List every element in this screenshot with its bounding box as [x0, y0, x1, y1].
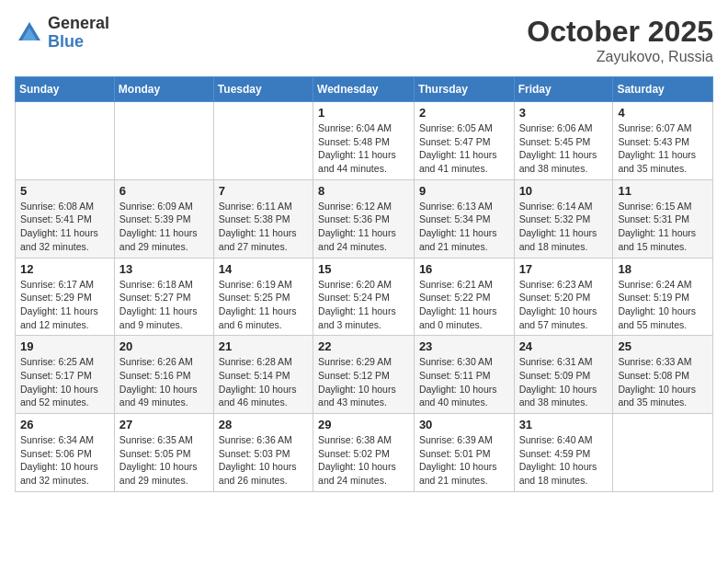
day-number: 20: [119, 339, 209, 353]
weekday-header-thursday: Thursday: [414, 77, 514, 102]
day-number: 3: [519, 106, 609, 120]
day-info: Sunrise: 6:08 AMSunset: 5:41 PMDaylight:…: [20, 200, 109, 254]
day-info: Sunrise: 6:20 AMSunset: 5:24 PMDaylight:…: [318, 278, 409, 332]
calendar-cell: 21Sunrise: 6:28 AMSunset: 5:14 PMDayligh…: [213, 336, 313, 414]
day-info: Sunrise: 6:29 AMSunset: 5:12 PMDaylight:…: [318, 355, 409, 409]
day-number: 9: [419, 184, 509, 198]
calendar-cell: 7Sunrise: 6:11 AMSunset: 5:38 PMDaylight…: [213, 179, 313, 258]
calendar-cell: [613, 414, 713, 492]
day-number: 5: [20, 184, 109, 198]
calendar-cell: 18Sunrise: 6:24 AMSunset: 5:19 PMDayligh…: [613, 258, 713, 336]
calendar-cell: 16Sunrise: 6:21 AMSunset: 5:22 PMDayligh…: [414, 258, 514, 336]
day-info: Sunrise: 6:39 AMSunset: 5:01 PMDaylight:…: [419, 433, 509, 488]
day-number: 17: [519, 262, 609, 276]
calendar-cell: 11Sunrise: 6:15 AMSunset: 5:31 PMDayligh…: [613, 179, 713, 258]
calendar-cell: 13Sunrise: 6:18 AMSunset: 5:27 PMDayligh…: [114, 258, 213, 336]
calendar-header: SundayMondayTuesdayWednesdayThursdayFrid…: [16, 77, 713, 102]
calendar-cell: 6Sunrise: 6:09 AMSunset: 5:39 PMDaylight…: [114, 179, 213, 258]
day-info: Sunrise: 6:24 AMSunset: 5:19 PMDaylight:…: [618, 278, 708, 332]
day-info: Sunrise: 6:19 AMSunset: 5:25 PMDaylight:…: [219, 278, 308, 332]
day-info: Sunrise: 6:36 AMSunset: 5:03 PMDaylight:…: [219, 433, 308, 488]
title-section: October 2025 Zayukovo, Russia: [527, 15, 713, 65]
weekday-header-wednesday: Wednesday: [313, 77, 415, 102]
day-info: Sunrise: 6:14 AMSunset: 5:32 PMDaylight:…: [519, 200, 609, 254]
day-number: 4: [618, 106, 708, 120]
calendar-cell: 3Sunrise: 6:06 AMSunset: 5:45 PMDaylight…: [514, 102, 613, 180]
day-info: Sunrise: 6:30 AMSunset: 5:11 PMDaylight:…: [419, 355, 509, 409]
month-title: October 2025: [527, 15, 713, 49]
day-number: 19: [20, 339, 109, 353]
calendar-week-5: 26Sunrise: 6:34 AMSunset: 5:06 PMDayligh…: [16, 414, 713, 492]
logo-icon: [15, 18, 44, 48]
day-info: Sunrise: 6:21 AMSunset: 5:22 PMDaylight:…: [419, 278, 509, 332]
calendar-week-1: 1Sunrise: 6:04 AMSunset: 5:48 PMDaylight…: [16, 102, 713, 180]
calendar-week-2: 5Sunrise: 6:08 AMSunset: 5:41 PMDaylight…: [16, 179, 713, 258]
day-number: 1: [318, 106, 409, 120]
day-info: Sunrise: 6:25 AMSunset: 5:17 PMDaylight:…: [20, 355, 109, 409]
day-number: 10: [519, 184, 609, 198]
calendar-table: SundayMondayTuesdayWednesdayThursdayFrid…: [15, 76, 713, 492]
calendar-cell: 10Sunrise: 6:14 AMSunset: 5:32 PMDayligh…: [514, 179, 613, 258]
logo-blue-text: Blue: [48, 33, 109, 52]
day-number: 14: [219, 262, 308, 276]
day-info: Sunrise: 6:31 AMSunset: 5:09 PMDaylight:…: [519, 355, 609, 409]
day-info: Sunrise: 6:07 AMSunset: 5:43 PMDaylight:…: [618, 121, 708, 176]
weekday-header-friday: Friday: [514, 77, 613, 102]
calendar-cell: 26Sunrise: 6:34 AMSunset: 5:06 PMDayligh…: [16, 414, 115, 492]
day-number: 30: [419, 418, 509, 431]
day-number: 15: [318, 262, 409, 276]
day-number: 8: [318, 184, 409, 198]
day-info: Sunrise: 6:23 AMSunset: 5:20 PMDaylight:…: [519, 278, 609, 332]
calendar-body: 1Sunrise: 6:04 AMSunset: 5:48 PMDaylight…: [16, 102, 713, 492]
day-number: 31: [519, 418, 609, 431]
calendar-week-4: 19Sunrise: 6:25 AMSunset: 5:17 PMDayligh…: [16, 336, 713, 414]
logo-text: General Blue: [48, 15, 109, 52]
day-number: 28: [219, 418, 308, 431]
calendar-cell: 17Sunrise: 6:23 AMSunset: 5:20 PMDayligh…: [514, 258, 613, 336]
day-info: Sunrise: 6:11 AMSunset: 5:38 PMDaylight:…: [219, 200, 308, 254]
page-header: General Blue October 2025 Zayukovo, Russ…: [15, 15, 713, 65]
calendar-cell: [16, 102, 115, 180]
calendar-cell: 22Sunrise: 6:29 AMSunset: 5:12 PMDayligh…: [313, 336, 415, 414]
calendar-cell: 25Sunrise: 6:33 AMSunset: 5:08 PMDayligh…: [613, 336, 713, 414]
logo: General Blue: [15, 15, 109, 52]
calendar-cell: 24Sunrise: 6:31 AMSunset: 5:09 PMDayligh…: [514, 336, 613, 414]
weekday-header-tuesday: Tuesday: [213, 77, 313, 102]
day-number: 29: [318, 418, 409, 431]
day-number: 24: [519, 339, 609, 353]
calendar-cell: 28Sunrise: 6:36 AMSunset: 5:03 PMDayligh…: [213, 414, 313, 492]
calendar-cell: 4Sunrise: 6:07 AMSunset: 5:43 PMDaylight…: [613, 102, 713, 180]
day-info: Sunrise: 6:04 AMSunset: 5:48 PMDaylight:…: [318, 121, 409, 176]
day-number: 11: [618, 184, 708, 198]
day-number: 25: [618, 339, 708, 353]
weekday-header-sunday: Sunday: [16, 77, 115, 102]
calendar-cell: 20Sunrise: 6:26 AMSunset: 5:16 PMDayligh…: [114, 336, 213, 414]
day-info: Sunrise: 6:09 AMSunset: 5:39 PMDaylight:…: [119, 200, 209, 254]
day-info: Sunrise: 6:05 AMSunset: 5:47 PMDaylight:…: [419, 121, 509, 176]
day-number: 26: [20, 418, 109, 431]
day-info: Sunrise: 6:12 AMSunset: 5:36 PMDaylight:…: [318, 200, 409, 254]
day-info: Sunrise: 6:34 AMSunset: 5:06 PMDaylight:…: [20, 433, 109, 488]
calendar-cell: 2Sunrise: 6:05 AMSunset: 5:47 PMDaylight…: [414, 102, 514, 180]
calendar-cell: 9Sunrise: 6:13 AMSunset: 5:34 PMDaylight…: [414, 179, 514, 258]
day-info: Sunrise: 6:06 AMSunset: 5:45 PMDaylight:…: [519, 121, 609, 176]
calendar-cell: 29Sunrise: 6:38 AMSunset: 5:02 PMDayligh…: [313, 414, 415, 492]
day-info: Sunrise: 6:40 AMSunset: 4:59 PMDaylight:…: [519, 433, 609, 488]
day-info: Sunrise: 6:35 AMSunset: 5:05 PMDaylight:…: [119, 433, 209, 488]
day-info: Sunrise: 6:28 AMSunset: 5:14 PMDaylight:…: [219, 355, 308, 409]
day-info: Sunrise: 6:15 AMSunset: 5:31 PMDaylight:…: [618, 200, 708, 254]
calendar-cell: 19Sunrise: 6:25 AMSunset: 5:17 PMDayligh…: [16, 336, 115, 414]
day-number: 22: [318, 339, 409, 353]
day-number: 6: [119, 184, 209, 198]
day-info: Sunrise: 6:18 AMSunset: 5:27 PMDaylight:…: [119, 278, 209, 332]
day-number: 16: [419, 262, 509, 276]
location-text: Zayukovo, Russia: [527, 49, 713, 65]
day-number: 21: [219, 339, 308, 353]
day-info: Sunrise: 6:38 AMSunset: 5:02 PMDaylight:…: [318, 433, 409, 488]
day-number: 27: [119, 418, 209, 431]
calendar-cell: 15Sunrise: 6:20 AMSunset: 5:24 PMDayligh…: [313, 258, 415, 336]
calendar-cell: 31Sunrise: 6:40 AMSunset: 4:59 PMDayligh…: [514, 414, 613, 492]
day-number: 23: [419, 339, 509, 353]
calendar-cell: [213, 102, 313, 180]
calendar-week-3: 12Sunrise: 6:17 AMSunset: 5:29 PMDayligh…: [16, 258, 713, 336]
